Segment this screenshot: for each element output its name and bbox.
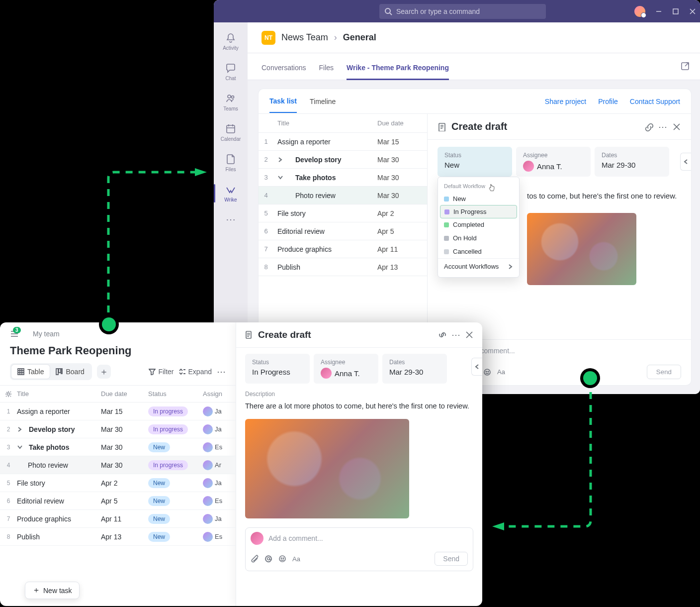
send-button[interactable]: Send xyxy=(647,365,681,379)
row-assignee[interactable]: Ar xyxy=(203,460,233,470)
collapse-panel-button[interactable] xyxy=(471,358,482,376)
formatting-icon[interactable]: Aa xyxy=(292,555,300,563)
row-status[interactable]: In progress xyxy=(148,460,203,470)
status-option[interactable]: Completed xyxy=(438,218,519,231)
search-input[interactable]: Search or type a command xyxy=(379,4,546,19)
dates-field[interactable]: Dates Mar 29-30 xyxy=(382,354,447,384)
rail-activity[interactable]: Activity xyxy=(214,26,248,57)
status-field[interactable]: Status New xyxy=(438,147,512,177)
row-assignee[interactable]: Es xyxy=(203,496,233,506)
table-row[interactable]: 1Assign a reporterMar 15In progressJa xyxy=(0,403,236,420)
col-assignee[interactable]: Assign xyxy=(203,390,233,398)
team-name[interactable]: News Team xyxy=(281,32,328,43)
status-option[interactable]: New xyxy=(438,192,519,205)
row-status[interactable]: New xyxy=(148,514,203,524)
new-task-button[interactable]: ＋ New task xyxy=(25,582,80,599)
view-table[interactable]: Table xyxy=(11,365,50,379)
col-due[interactable]: Due date xyxy=(101,390,148,398)
rail-wrike[interactable]: Wrike xyxy=(214,178,248,208)
emoji-icon[interactable] xyxy=(483,368,491,376)
status-option[interactable]: In Progress xyxy=(440,205,517,218)
expand-button[interactable]: Expand xyxy=(179,368,212,376)
status-option[interactable]: Cancelled xyxy=(438,245,519,258)
minimize-button[interactable] xyxy=(655,8,662,15)
link-share-project[interactable]: Share project xyxy=(545,98,586,105)
row-status[interactable]: In progress xyxy=(148,424,203,434)
link-icon[interactable] xyxy=(438,331,446,339)
rail-chat[interactable]: Chat xyxy=(214,57,248,87)
table-row[interactable]: 6Editorial reviewApr 5NewEs xyxy=(0,492,236,510)
link-contact-support[interactable]: Contact Support xyxy=(630,98,680,105)
more-icon[interactable]: ⋯ xyxy=(451,329,460,340)
view-board[interactable]: Board xyxy=(50,365,90,379)
row-assignee[interactable]: Ja xyxy=(203,514,233,524)
row-status[interactable]: New xyxy=(148,478,203,488)
close-icon[interactable] xyxy=(672,122,681,131)
col-title[interactable]: Title xyxy=(273,119,377,127)
table-row[interactable]: 5File storyApr 2NewJa xyxy=(0,474,236,492)
attachment-image[interactable] xyxy=(245,419,409,518)
attachment-image[interactable] xyxy=(527,213,636,285)
table-row[interactable]: 2Develop storyMar 30 xyxy=(259,151,427,169)
table-row[interactable]: 3Take photosMar 30NewEs xyxy=(0,438,236,456)
crumb-my-team[interactable]: My team xyxy=(33,330,60,338)
rail-files[interactable]: Files xyxy=(214,148,248,178)
close-button[interactable] xyxy=(689,8,696,15)
user-avatar[interactable] xyxy=(634,6,645,17)
table-row[interactable]: 6Editorial reviewApr 5 xyxy=(259,222,427,240)
table-row[interactable]: 7Produce graphicsApr 11NewJa xyxy=(0,510,236,528)
col-status[interactable]: Status xyxy=(148,390,203,398)
table-row[interactable]: 8PublishApr 13NewEs xyxy=(0,528,236,546)
dates-field[interactable]: Dates Mar 29-30 xyxy=(595,147,669,177)
description-text[interactable]: There are a lot more photos to come, but… xyxy=(236,399,482,414)
channel-name[interactable]: General xyxy=(343,32,376,43)
link-icon[interactable] xyxy=(644,122,653,131)
maximize-button[interactable] xyxy=(672,8,679,15)
tab-files[interactable]: Files xyxy=(319,64,334,80)
row-assignee[interactable]: Ja xyxy=(203,424,233,434)
more-icon[interactable]: ⋯ xyxy=(658,121,667,132)
table-row[interactable]: 4Photo reviewMar 30 xyxy=(259,187,427,204)
collapse-panel-button[interactable] xyxy=(680,153,691,171)
toolbar-more[interactable]: ⋯ xyxy=(217,366,226,377)
table-settings-button[interactable] xyxy=(3,391,14,398)
comment-input[interactable]: Add a comment... xyxy=(455,343,681,359)
row-assignee[interactable]: Ja xyxy=(203,406,233,416)
filter-button[interactable]: Filter xyxy=(149,368,174,376)
table-row[interactable]: 3Take photosMar 30 xyxy=(259,169,427,187)
tab-wrike[interactable]: Wrike - Theme Park Reopening xyxy=(347,64,449,80)
table-row[interactable]: 7Produce graphicsApr 11 xyxy=(259,240,427,258)
mention-icon[interactable] xyxy=(264,555,272,563)
col-title[interactable]: Title xyxy=(14,390,101,398)
tab-conversations[interactable]: Conversations xyxy=(262,64,306,80)
table-row[interactable]: 5File storyApr 2 xyxy=(259,204,427,222)
rail-teams[interactable]: Teams xyxy=(214,87,248,117)
row-assignee[interactable]: Es xyxy=(203,532,233,542)
row-status[interactable]: New xyxy=(148,496,203,506)
assignee-field[interactable]: Assignee Anna T. xyxy=(314,354,378,384)
close-icon[interactable] xyxy=(465,331,473,339)
add-view-button[interactable]: ＋ xyxy=(97,365,111,379)
account-workflows-link[interactable]: Account Workflows xyxy=(438,258,519,274)
row-status[interactable]: In progress xyxy=(148,406,203,416)
view-task-list[interactable]: Task list xyxy=(269,90,297,113)
emoji-icon[interactable] xyxy=(278,555,286,563)
table-row[interactable]: 1Assign a reporterMar 15 xyxy=(259,133,427,151)
attach-icon[interactable] xyxy=(251,555,259,563)
send-button[interactable]: Send xyxy=(435,552,468,566)
table-row[interactable]: 8PublishApr 13 xyxy=(259,258,427,276)
popout-icon[interactable] xyxy=(680,61,690,71)
table-row[interactable]: 2Develop storyMar 30In progressJa xyxy=(0,420,236,438)
assignee-field[interactable]: Assignee Anna T. xyxy=(516,147,591,177)
status-option[interactable]: On Hold xyxy=(438,231,519,245)
rail-calendar[interactable]: Calendar xyxy=(214,117,248,148)
view-timeline[interactable]: Timeline xyxy=(310,91,336,112)
status-field[interactable]: Status In Progress xyxy=(245,354,310,384)
row-assignee[interactable]: Es xyxy=(203,442,233,452)
table-row[interactable]: 4Photo reviewMar 30In progressAr xyxy=(0,456,236,474)
comment-input[interactable]: Add a comment... xyxy=(268,534,468,542)
rail-more[interactable]: ⋯ xyxy=(221,208,241,230)
row-status[interactable]: New xyxy=(148,442,203,452)
row-status[interactable]: New xyxy=(148,532,203,542)
col-due[interactable]: Due date xyxy=(377,119,427,127)
